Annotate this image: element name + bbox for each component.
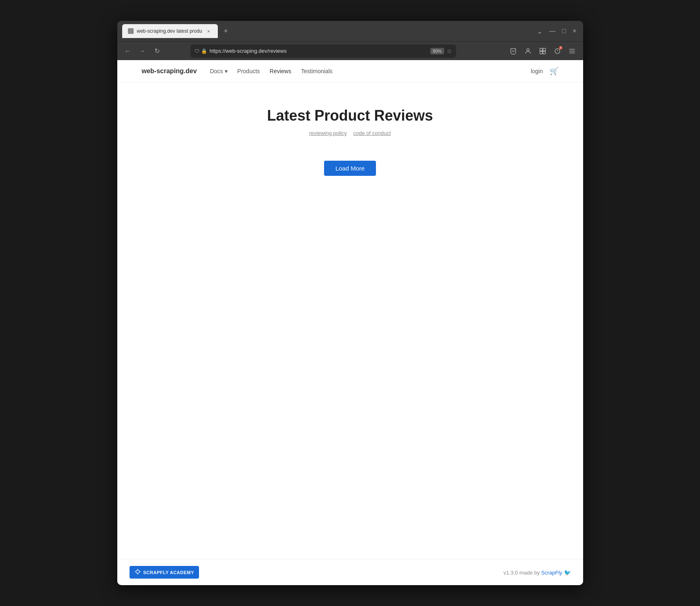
main-content: Latest Product Reviews reviewing policy … <box>117 83 583 559</box>
pocket-icon[interactable] <box>508 45 519 57</box>
close-button[interactable]: × <box>571 27 578 36</box>
url-text[interactable]: https://web-scraping.dev/reviews <box>210 48 428 54</box>
site-nav: Docs ▾ Products Reviews Testimonials <box>210 68 531 74</box>
minimize-button[interactable]: — <box>547 27 557 36</box>
maximize-button[interactable]: □ <box>560 27 568 36</box>
site-logo[interactable]: web-scraping.dev <box>142 67 197 75</box>
security-icons: 🛡 🔒 <box>195 48 207 54</box>
shield-icon: 🛡 <box>195 48 199 54</box>
title-bar: web-scraping.dev latest produ × + ⌄ — □ … <box>117 21 583 41</box>
header-right: login 🛒 <box>531 67 559 76</box>
tab-close-button[interactable]: × <box>206 28 212 34</box>
reviewing-policy-link[interactable]: reviewing policy <box>309 130 347 136</box>
browser-tab[interactable]: web-scraping.dev latest produ × <box>122 24 218 38</box>
nav-reviews[interactable]: Reviews <box>270 68 291 74</box>
subtitle-links: reviewing policy code of conduct <box>309 130 391 136</box>
back-button[interactable]: ← <box>122 45 134 57</box>
extensions-icon[interactable] <box>537 45 548 57</box>
svg-rect-4 <box>543 51 546 54</box>
academy-icon <box>134 568 141 576</box>
forward-button[interactable]: → <box>137 45 148 57</box>
site-footer: SCRAPFLY ACADEMY v1.3.0 made by ScrapFly… <box>117 559 583 585</box>
svg-rect-1 <box>540 48 543 51</box>
collapse-button[interactable]: ⌄ <box>535 27 544 36</box>
nav-testimonials[interactable]: Testimonials <box>301 68 333 74</box>
notification-badge: 5 <box>559 46 562 49</box>
bookmark-icon[interactable]: ☆ <box>447 48 452 54</box>
notifications-icon[interactable]: 5 <box>552 45 563 57</box>
bird-icon: 🐦 <box>564 569 571 576</box>
svg-point-11 <box>136 570 139 573</box>
menu-icon[interactable] <box>566 45 578 57</box>
zoom-level: 90% <box>430 48 444 54</box>
profile-icon[interactable] <box>522 45 534 57</box>
page-content: web-scraping.dev Docs ▾ Products Reviews… <box>117 60 583 585</box>
nav-docs[interactable]: Docs ▾ <box>210 68 228 74</box>
browser-tools: 5 <box>508 45 578 57</box>
browser-window: web-scraping.dev latest produ × + ⌄ — □ … <box>117 21 583 585</box>
reload-button[interactable]: ↻ <box>152 45 163 57</box>
address-bar: ← → ↻ 🛡 🔒 https://web-scraping.dev/revie… <box>117 41 583 60</box>
page-title: Latest Product Reviews <box>267 107 433 124</box>
title-bar-controls: ⌄ — □ × <box>535 27 578 36</box>
new-tab-button[interactable]: + <box>220 25 232 37</box>
url-bar[interactable]: 🛡 🔒 https://web-scraping.dev/reviews 90%… <box>190 45 456 58</box>
tab-title: web-scraping.dev latest produ <box>137 28 202 34</box>
academy-badge[interactable]: SCRAPFLY ACADEMY <box>130 566 199 579</box>
code-of-conduct-link[interactable]: code of conduct <box>353 130 391 136</box>
tab-favicon <box>128 28 134 34</box>
nav-products[interactable]: Products <box>237 68 260 74</box>
cart-icon[interactable]: 🛒 <box>550 67 559 76</box>
svg-point-0 <box>527 49 529 51</box>
load-more-button[interactable]: Load More <box>324 161 376 176</box>
lock-icon: 🔒 <box>201 48 207 54</box>
academy-label: SCRAPFLY ACADEMY <box>143 570 194 575</box>
tab-area: web-scraping.dev latest produ × + <box>122 24 532 38</box>
svg-rect-2 <box>543 48 546 51</box>
site-header: web-scraping.dev Docs ▾ Products Reviews… <box>117 60 583 83</box>
version-text: v1.3.0 made by <box>503 570 541 576</box>
login-link[interactable]: login <box>531 68 543 74</box>
scrapfly-link[interactable]: ScrapFly <box>541 570 562 576</box>
footer-version: v1.3.0 made by ScrapFly 🐦 <box>503 569 570 576</box>
svg-rect-3 <box>540 51 543 54</box>
